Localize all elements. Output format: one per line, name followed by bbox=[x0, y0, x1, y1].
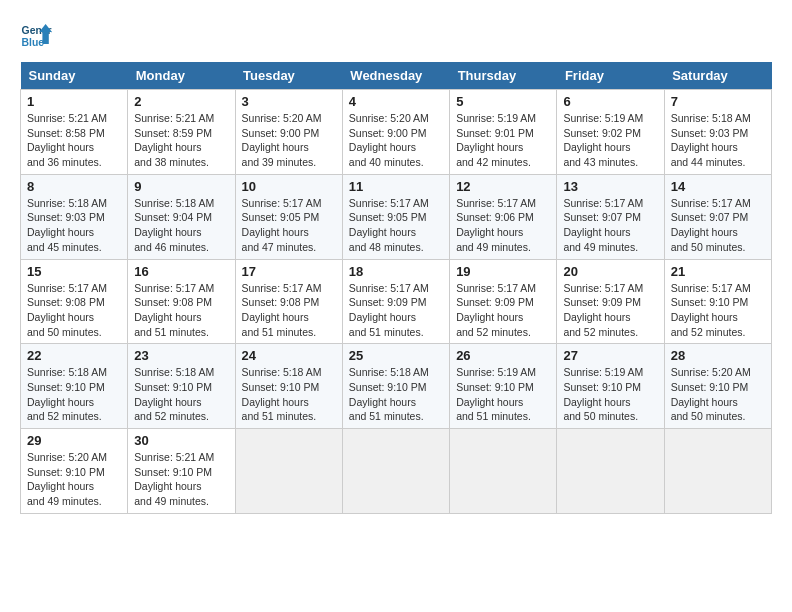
day-number: 28 bbox=[671, 348, 765, 363]
day-number: 30 bbox=[134, 433, 228, 448]
day-info: Sunrise: 5:21 AM Sunset: 8:59 PM Dayligh… bbox=[134, 111, 228, 170]
day-header-thursday: Thursday bbox=[450, 62, 557, 90]
calendar-cell: 16 Sunrise: 5:17 AM Sunset: 9:08 PM Dayl… bbox=[128, 259, 235, 344]
calendar-cell: 7 Sunrise: 5:18 AM Sunset: 9:03 PM Dayli… bbox=[664, 90, 771, 175]
day-info: Sunrise: 5:18 AM Sunset: 9:10 PM Dayligh… bbox=[349, 365, 443, 424]
calendar-table: SundayMondayTuesdayWednesdayThursdayFrid… bbox=[20, 62, 772, 514]
day-number: 17 bbox=[242, 264, 336, 279]
day-number: 26 bbox=[456, 348, 550, 363]
day-info: Sunrise: 5:18 AM Sunset: 9:10 PM Dayligh… bbox=[27, 365, 121, 424]
calendar-cell: 3 Sunrise: 5:20 AM Sunset: 9:00 PM Dayli… bbox=[235, 90, 342, 175]
day-header-wednesday: Wednesday bbox=[342, 62, 449, 90]
calendar-cell: 14 Sunrise: 5:17 AM Sunset: 9:07 PM Dayl… bbox=[664, 174, 771, 259]
calendar-cell: 26 Sunrise: 5:19 AM Sunset: 9:10 PM Dayl… bbox=[450, 344, 557, 429]
day-number: 22 bbox=[27, 348, 121, 363]
day-number: 7 bbox=[671, 94, 765, 109]
calendar-cell: 28 Sunrise: 5:20 AM Sunset: 9:10 PM Dayl… bbox=[664, 344, 771, 429]
calendar-cell: 15 Sunrise: 5:17 AM Sunset: 9:08 PM Dayl… bbox=[21, 259, 128, 344]
day-header-tuesday: Tuesday bbox=[235, 62, 342, 90]
day-header-monday: Monday bbox=[128, 62, 235, 90]
day-info: Sunrise: 5:20 AM Sunset: 9:10 PM Dayligh… bbox=[27, 450, 121, 509]
day-number: 14 bbox=[671, 179, 765, 194]
calendar-week-5: 29 Sunrise: 5:20 AM Sunset: 9:10 PM Dayl… bbox=[21, 429, 772, 514]
day-info: Sunrise: 5:19 AM Sunset: 9:10 PM Dayligh… bbox=[563, 365, 657, 424]
day-header-saturday: Saturday bbox=[664, 62, 771, 90]
calendar-cell: 13 Sunrise: 5:17 AM Sunset: 9:07 PM Dayl… bbox=[557, 174, 664, 259]
day-info: Sunrise: 5:19 AM Sunset: 9:10 PM Dayligh… bbox=[456, 365, 550, 424]
day-info: Sunrise: 5:17 AM Sunset: 9:09 PM Dayligh… bbox=[563, 281, 657, 340]
day-info: Sunrise: 5:21 AM Sunset: 9:10 PM Dayligh… bbox=[134, 450, 228, 509]
calendar-cell: 20 Sunrise: 5:17 AM Sunset: 9:09 PM Dayl… bbox=[557, 259, 664, 344]
day-info: Sunrise: 5:18 AM Sunset: 9:03 PM Dayligh… bbox=[27, 196, 121, 255]
calendar-cell: 19 Sunrise: 5:17 AM Sunset: 9:09 PM Dayl… bbox=[450, 259, 557, 344]
day-number: 27 bbox=[563, 348, 657, 363]
day-info: Sunrise: 5:17 AM Sunset: 9:08 PM Dayligh… bbox=[242, 281, 336, 340]
calendar-cell: 6 Sunrise: 5:19 AM Sunset: 9:02 PM Dayli… bbox=[557, 90, 664, 175]
calendar-cell: 23 Sunrise: 5:18 AM Sunset: 9:10 PM Dayl… bbox=[128, 344, 235, 429]
day-number: 5 bbox=[456, 94, 550, 109]
calendar-week-1: 1 Sunrise: 5:21 AM Sunset: 8:58 PM Dayli… bbox=[21, 90, 772, 175]
day-info: Sunrise: 5:17 AM Sunset: 9:05 PM Dayligh… bbox=[349, 196, 443, 255]
calendar-cell: 11 Sunrise: 5:17 AM Sunset: 9:05 PM Dayl… bbox=[342, 174, 449, 259]
calendar-cell bbox=[450, 429, 557, 514]
day-info: Sunrise: 5:17 AM Sunset: 9:08 PM Dayligh… bbox=[27, 281, 121, 340]
day-number: 12 bbox=[456, 179, 550, 194]
day-info: Sunrise: 5:17 AM Sunset: 9:07 PM Dayligh… bbox=[671, 196, 765, 255]
day-number: 20 bbox=[563, 264, 657, 279]
calendar-cell: 8 Sunrise: 5:18 AM Sunset: 9:03 PM Dayli… bbox=[21, 174, 128, 259]
day-header-sunday: Sunday bbox=[21, 62, 128, 90]
day-number: 23 bbox=[134, 348, 228, 363]
day-number: 24 bbox=[242, 348, 336, 363]
day-number: 18 bbox=[349, 264, 443, 279]
calendar-cell: 2 Sunrise: 5:21 AM Sunset: 8:59 PM Dayli… bbox=[128, 90, 235, 175]
calendar-cell bbox=[235, 429, 342, 514]
day-number: 10 bbox=[242, 179, 336, 194]
calendar-cell: 21 Sunrise: 5:17 AM Sunset: 9:10 PM Dayl… bbox=[664, 259, 771, 344]
day-number: 1 bbox=[27, 94, 121, 109]
calendar-cell: 30 Sunrise: 5:21 AM Sunset: 9:10 PM Dayl… bbox=[128, 429, 235, 514]
calendar-cell: 10 Sunrise: 5:17 AM Sunset: 9:05 PM Dayl… bbox=[235, 174, 342, 259]
day-info: Sunrise: 5:20 AM Sunset: 9:10 PM Dayligh… bbox=[671, 365, 765, 424]
day-info: Sunrise: 5:17 AM Sunset: 9:10 PM Dayligh… bbox=[671, 281, 765, 340]
day-number: 11 bbox=[349, 179, 443, 194]
day-info: Sunrise: 5:18 AM Sunset: 9:03 PM Dayligh… bbox=[671, 111, 765, 170]
calendar-cell: 29 Sunrise: 5:20 AM Sunset: 9:10 PM Dayl… bbox=[21, 429, 128, 514]
calendar-week-3: 15 Sunrise: 5:17 AM Sunset: 9:08 PM Dayl… bbox=[21, 259, 772, 344]
calendar-header-row: SundayMondayTuesdayWednesdayThursdayFrid… bbox=[21, 62, 772, 90]
day-info: Sunrise: 5:21 AM Sunset: 8:58 PM Dayligh… bbox=[27, 111, 121, 170]
day-number: 16 bbox=[134, 264, 228, 279]
calendar-cell: 4 Sunrise: 5:20 AM Sunset: 9:00 PM Dayli… bbox=[342, 90, 449, 175]
calendar-cell: 12 Sunrise: 5:17 AM Sunset: 9:06 PM Dayl… bbox=[450, 174, 557, 259]
day-info: Sunrise: 5:17 AM Sunset: 9:09 PM Dayligh… bbox=[456, 281, 550, 340]
calendar-cell: 17 Sunrise: 5:17 AM Sunset: 9:08 PM Dayl… bbox=[235, 259, 342, 344]
day-number: 25 bbox=[349, 348, 443, 363]
day-number: 15 bbox=[27, 264, 121, 279]
logo: General Blue bbox=[20, 20, 56, 52]
calendar-week-2: 8 Sunrise: 5:18 AM Sunset: 9:03 PM Dayli… bbox=[21, 174, 772, 259]
logo-icon: General Blue bbox=[20, 20, 52, 52]
day-number: 2 bbox=[134, 94, 228, 109]
day-number: 19 bbox=[456, 264, 550, 279]
day-number: 29 bbox=[27, 433, 121, 448]
day-info: Sunrise: 5:18 AM Sunset: 9:10 PM Dayligh… bbox=[242, 365, 336, 424]
day-info: Sunrise: 5:18 AM Sunset: 9:10 PM Dayligh… bbox=[134, 365, 228, 424]
day-info: Sunrise: 5:20 AM Sunset: 9:00 PM Dayligh… bbox=[349, 111, 443, 170]
calendar-cell bbox=[342, 429, 449, 514]
day-number: 6 bbox=[563, 94, 657, 109]
day-info: Sunrise: 5:20 AM Sunset: 9:00 PM Dayligh… bbox=[242, 111, 336, 170]
day-info: Sunrise: 5:17 AM Sunset: 9:09 PM Dayligh… bbox=[349, 281, 443, 340]
calendar-cell: 25 Sunrise: 5:18 AM Sunset: 9:10 PM Dayl… bbox=[342, 344, 449, 429]
calendar-cell: 18 Sunrise: 5:17 AM Sunset: 9:09 PM Dayl… bbox=[342, 259, 449, 344]
day-info: Sunrise: 5:17 AM Sunset: 9:06 PM Dayligh… bbox=[456, 196, 550, 255]
calendar-cell: 27 Sunrise: 5:19 AM Sunset: 9:10 PM Dayl… bbox=[557, 344, 664, 429]
day-number: 9 bbox=[134, 179, 228, 194]
calendar-cell: 9 Sunrise: 5:18 AM Sunset: 9:04 PM Dayli… bbox=[128, 174, 235, 259]
day-info: Sunrise: 5:17 AM Sunset: 9:07 PM Dayligh… bbox=[563, 196, 657, 255]
calendar-week-4: 22 Sunrise: 5:18 AM Sunset: 9:10 PM Dayl… bbox=[21, 344, 772, 429]
day-number: 21 bbox=[671, 264, 765, 279]
day-info: Sunrise: 5:17 AM Sunset: 9:05 PM Dayligh… bbox=[242, 196, 336, 255]
day-info: Sunrise: 5:19 AM Sunset: 9:01 PM Dayligh… bbox=[456, 111, 550, 170]
calendar-cell bbox=[557, 429, 664, 514]
day-info: Sunrise: 5:18 AM Sunset: 9:04 PM Dayligh… bbox=[134, 196, 228, 255]
svg-text:Blue: Blue bbox=[22, 37, 45, 48]
